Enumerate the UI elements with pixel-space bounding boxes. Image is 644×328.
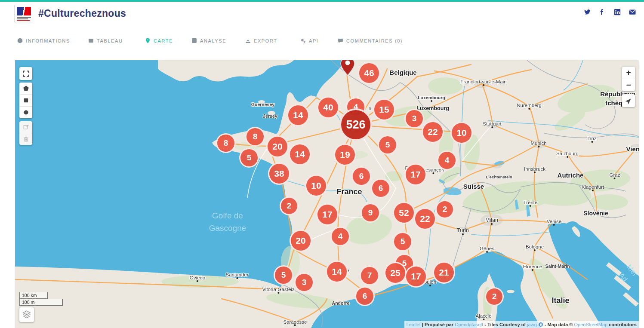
draw-polygon-button[interactable] — [19, 83, 32, 94]
linkedin-icon[interactable] — [613, 8, 621, 16]
cluster-marker[interactable]: 14 — [289, 143, 311, 166]
cluster-marker[interactable]: 526 — [339, 108, 372, 141]
french-flag-icon — [17, 7, 31, 15]
email-icon[interactable] — [629, 8, 636, 16]
layers-control — [19, 307, 34, 322]
tab-api[interactable]: API — [300, 38, 319, 43]
download-icon — [245, 38, 251, 43]
leaflet-link[interactable]: Leaflet — [407, 322, 421, 327]
delete-shapes-button[interactable] — [19, 133, 32, 145]
cluster-marker[interactable]: 22 — [414, 208, 436, 230]
cluster-marker[interactable]: 5 — [393, 232, 413, 251]
cluster-marker[interactable]: 2 — [485, 287, 504, 306]
layers-button[interactable] — [19, 307, 34, 322]
twitter-icon[interactable] — [583, 8, 591, 16]
page-title: #Culturecheznous — [38, 8, 126, 19]
cluster-marker[interactable]: 5 — [378, 135, 397, 155]
cluster-marker[interactable]: 8 — [245, 127, 265, 147]
tab-export[interactable]: EXPORT — [245, 38, 277, 43]
cluster-marker[interactable]: 7 — [360, 266, 379, 285]
zoom-control: + − — [622, 67, 635, 91]
cluster-marker[interactable]: 6 — [355, 286, 375, 306]
cluster-marker[interactable]: 10 — [305, 175, 327, 197]
fullscreen-control — [19, 67, 32, 80]
map-scale: 100 km 100 mi — [19, 292, 63, 306]
locate-button[interactable] — [622, 94, 635, 107]
cluster-marker[interactable]: 9 — [361, 203, 380, 223]
social-links — [583, 8, 636, 16]
cluster-marker[interactable]: 17 — [316, 203, 339, 226]
cluster-marker[interactable]: 4 — [437, 150, 457, 170]
openstreetmap-link[interactable]: OpenStreetMap — [574, 322, 608, 327]
draw-toolbar — [19, 83, 32, 118]
cluster-marker[interactable]: 20 — [290, 230, 312, 252]
jawg-link[interactable]: jawg — [527, 322, 537, 327]
cluster-marker[interactable]: 21 — [433, 261, 455, 284]
tab-commentaires[interactable]: COMMENTAIRES (0) — [338, 38, 403, 43]
scale-km: 100 km — [19, 292, 48, 299]
bar-chart-icon — [191, 38, 197, 43]
locate-control — [622, 94, 635, 107]
jawg-logo-icon — [538, 322, 543, 328]
cluster-layer: 4640415526322105148820145193861746102179… — [15, 60, 639, 328]
facebook-icon[interactable] — [598, 8, 606, 16]
zoom-out-button[interactable]: − — [622, 79, 635, 91]
top-accent-bar — [0, 0, 644, 2]
info-icon — [17, 38, 23, 43]
opendatasoft-link[interactable]: Opendatasoft — [455, 322, 483, 327]
tab-analyse[interactable]: ANALYSE — [191, 38, 226, 43]
cluster-marker[interactable]: 40 — [317, 96, 339, 119]
tab-carte[interactable]: CARTE — [145, 38, 173, 43]
cluster-marker[interactable]: 6 — [351, 166, 371, 186]
draw-rectangle-button[interactable] — [19, 94, 32, 106]
comment-icon — [338, 38, 343, 43]
cluster-marker[interactable]: 4 — [330, 227, 350, 246]
map-attribution: Leaflet | Propulsé par Opendatasoft - Ti… — [404, 321, 639, 328]
cluster-marker[interactable]: 10 — [450, 122, 473, 144]
cluster-marker[interactable]: 20 — [266, 135, 289, 158]
cluster-marker[interactable]: 25 — [384, 262, 407, 284]
edit-shapes-button[interactable] — [19, 121, 32, 133]
scale-mi: 100 mi — [19, 299, 63, 306]
cluster-marker[interactable]: 17 — [404, 163, 427, 186]
dataset-tabs: INFORMATIONS TABLEAU CARTE ANALYSE EXPOR… — [0, 38, 644, 46]
edit-toolbar — [19, 121, 32, 145]
cluster-marker[interactable]: 14 — [326, 261, 348, 283]
cluster-marker[interactable]: 3 — [294, 273, 314, 292]
cluster-marker[interactable]: 2 — [435, 200, 454, 219]
cluster-marker[interactable]: 38 — [268, 162, 290, 185]
gears-icon — [300, 38, 306, 43]
table-icon — [88, 38, 94, 43]
cluster-marker[interactable]: 5 — [274, 265, 293, 285]
cluster-marker[interactable]: 5 — [239, 148, 259, 168]
ministere-culture-logo[interactable] — [14, 5, 33, 22]
tab-informations[interactable]: INFORMATIONS — [17, 38, 70, 43]
cluster-marker[interactable]: 6 — [371, 178, 391, 198]
cluster-marker[interactable]: 3 — [404, 109, 424, 129]
map-marker-icon — [145, 38, 151, 43]
tab-tableau[interactable]: TABLEAU — [88, 38, 123, 43]
cluster-marker[interactable]: 2 — [280, 196, 299, 215]
map-pin-marker[interactable] — [339, 60, 356, 76]
cluster-marker[interactable]: 52 — [393, 202, 415, 224]
cluster-marker[interactable]: 22 — [422, 121, 444, 143]
zoom-in-button[interactable]: + — [622, 67, 635, 79]
cluster-marker[interactable]: 46 — [358, 62, 380, 84]
draw-circle-button[interactable] — [19, 106, 32, 118]
fullscreen-button[interactable] — [19, 67, 32, 80]
cluster-marker[interactable]: 19 — [334, 144, 356, 166]
cluster-marker[interactable]: 8 — [216, 133, 236, 153]
cluster-marker[interactable]: 15 — [373, 98, 395, 121]
cluster-marker[interactable]: 17 — [405, 265, 427, 288]
leaflet-map[interactable]: GuerneseyJerseyLuxembourgFrancfort-sur-l… — [15, 60, 639, 328]
cluster-marker[interactable]: 14 — [287, 104, 309, 126]
